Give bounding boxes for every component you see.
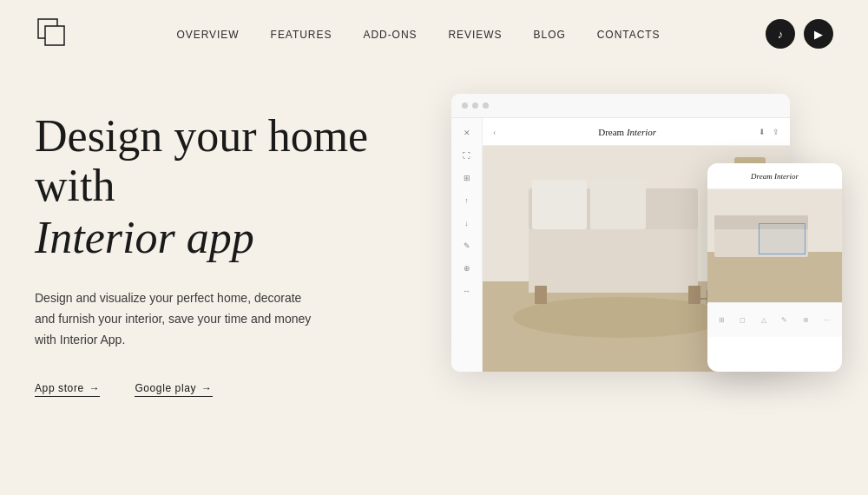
sofa-cushion-1	[532, 180, 588, 229]
hero-title-line2: Interior app	[35, 212, 451, 264]
mobile-header: Dream Interior	[707, 163, 842, 189]
app-sidebar: ✕ ⛶ ⊞ ↑ ↓ ✎ ⊕ ↔	[451, 118, 483, 372]
hero-content: Design your home with Interior app Desig…	[35, 94, 451, 397]
sidebar-zoom-icon: ⊕	[461, 262, 473, 274]
app-title: Dream Interior	[598, 127, 656, 137]
sofa-leg-left	[535, 286, 547, 304]
appstore-cta[interactable]: App store →	[35, 382, 100, 397]
mobile-mockup: Dream Interior ⊞ ◻ △ ✎ ⊕ ⋯	[707, 163, 842, 372]
mobile-icon-3: △	[761, 316, 766, 324]
nav-blog[interactable]: BLOG	[534, 29, 566, 41]
sidebar-up-icon: ↑	[461, 195, 473, 207]
titlebar	[451, 94, 790, 118]
nav-links: OVERVIEW FEATURES ADD-ONS REVIEWS BLOG C…	[176, 26, 660, 42]
mobile-app-title: Dream Interior	[751, 172, 799, 181]
download-icon[interactable]: ⬇	[759, 128, 766, 136]
hero-title: Design your home with Interior app	[35, 111, 451, 264]
hero-description: Design and visualize your perfect home, …	[35, 288, 312, 350]
nav-features[interactable]: FEATURES	[271, 29, 332, 41]
nav-icons: ♪ ▶	[766, 19, 833, 49]
app-mockups: ✕ ⛶ ⊞ ↑ ↓ ✎ ⊕ ↔ ‹ Dream Interior	[451, 94, 833, 459]
app-header-actions: ⬇ ⇪	[759, 128, 779, 136]
sidebar-expand-icon: ⛶	[461, 149, 473, 162]
googleplay-label: Google play	[135, 382, 196, 394]
sidebar-down-icon: ↓	[461, 217, 473, 229]
share-icon[interactable]: ⇪	[773, 128, 779, 136]
app-back-button[interactable]: ‹	[493, 127, 496, 136]
nav-addons[interactable]: ADD-ONS	[363, 29, 417, 41]
googleplay-arrow: →	[201, 382, 213, 394]
play-icon: ▶	[814, 28, 823, 41]
sofa-cushion-2	[590, 180, 646, 229]
sofa-leg-right	[688, 286, 700, 304]
apple-icon: ♪	[778, 28, 784, 41]
appstore-arrow: →	[89, 382, 101, 394]
mobile-toolbar: ⊞ ◻ △ ✎ ⊕ ⋯	[707, 302, 842, 337]
hero-section: Design your home with Interior app Desig…	[0, 68, 868, 459]
mobile-icon-1: ⊞	[719, 316, 725, 324]
app-header: ‹ Dream Interior ⬇ ⇪	[483, 118, 790, 146]
googleplay-cta[interactable]: Google play →	[135, 382, 212, 397]
mobile-icon-4: ✎	[781, 316, 787, 324]
hero-ctas: App store → Google play →	[35, 382, 451, 397]
sidebar-grid-icon: ⊞	[461, 172, 473, 184]
navbar: OVERVIEW FEATURES ADD-ONS REVIEWS BLOG C…	[0, 0, 868, 68]
sidebar-close-icon: ✕	[461, 127, 473, 139]
appstore-label: App store	[35, 382, 84, 394]
titlebar-dot-2	[472, 102, 478, 109]
nav-contacts[interactable]: CONTACTS	[597, 29, 661, 41]
logo[interactable]	[35, 16, 71, 52]
mobile-icon-5: ⊕	[803, 316, 809, 324]
nav-reviews[interactable]: REVIEWS	[448, 29, 502, 41]
mobile-icon-6: ⋯	[824, 316, 831, 324]
apple-store-button[interactable]: ♪	[766, 19, 795, 49]
mobile-floor	[707, 252, 842, 303]
sidebar-resize-icon: ↔	[461, 285, 473, 297]
sidebar-edit-icon: ✎	[461, 240, 473, 252]
svg-rect-1	[45, 26, 64, 45]
mobile-icon-2: ◻	[740, 316, 746, 324]
mobile-sofa	[714, 229, 809, 258]
sofa-body	[529, 225, 698, 293]
nav-overview[interactable]: OVERVIEW	[176, 29, 239, 41]
hero-title-line1: Design your home with	[35, 111, 368, 210]
mobile-room-image	[707, 189, 842, 302]
google-play-button[interactable]: ▶	[804, 19, 833, 49]
titlebar-dot-3	[483, 102, 489, 109]
titlebar-dot-1	[462, 102, 468, 109]
